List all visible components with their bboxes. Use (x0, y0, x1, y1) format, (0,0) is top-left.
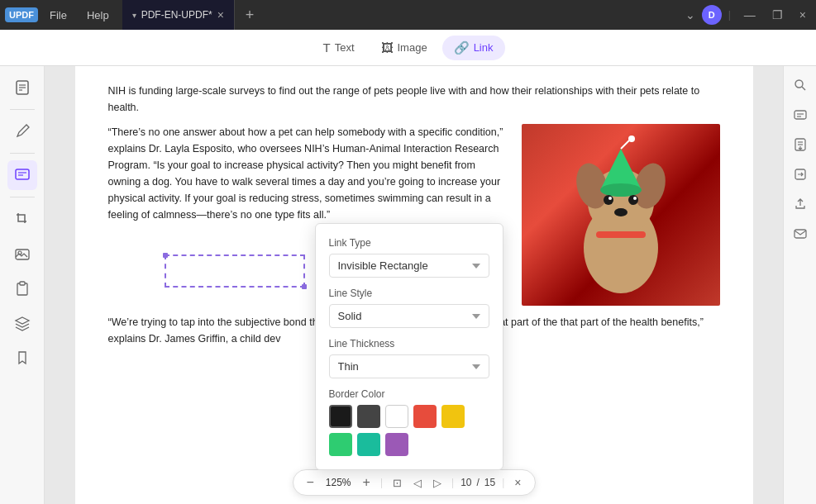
color-swatches-row (329, 405, 489, 456)
add-tab-button[interactable]: + (238, 3, 261, 26)
sidebar-separator-3 (10, 197, 35, 197)
tab-title: PDF-EN-UPDF* (141, 9, 212, 21)
link-icon: 🔗 (454, 40, 470, 55)
prev-page-button[interactable]: ◁ (410, 475, 425, 491)
page-current: 10 (460, 477, 471, 488)
svg-point-21 (608, 197, 612, 200)
image-icon: 🖼 (381, 40, 394, 55)
svg-rect-27 (795, 111, 806, 119)
updf-logo-text: UPDF (5, 7, 38, 22)
svg-point-22 (633, 197, 637, 200)
sidebar-separator-2 (10, 153, 35, 154)
right-icon-mail[interactable] (788, 221, 813, 246)
color-swatch-red[interactable] (413, 405, 437, 428)
active-tab[interactable]: ▾ PDF-EN-UPDF* × (122, 0, 235, 30)
menu-bar: File Help (40, 4, 119, 26)
sidebar-icon-clipboard[interactable] (7, 273, 37, 303)
page-total: 15 (484, 477, 495, 488)
pdf-dog-image (522, 124, 720, 306)
svg-point-23 (614, 208, 628, 216)
sidebar-icon-layers[interactable] (7, 308, 37, 338)
right-icon-convert-pdf[interactable] (788, 162, 813, 187)
close-window-button[interactable]: × (793, 5, 813, 25)
minimize-button[interactable]: — (737, 5, 762, 25)
text-tool-label: Text (335, 41, 355, 54)
color-swatch-green[interactable] (329, 433, 352, 456)
line-thickness-label: Line Thickness (329, 338, 489, 349)
fit-page-button[interactable]: ⊡ (389, 475, 405, 491)
right-icon-share[interactable] (788, 192, 813, 216)
pdf-page: NIH is funding large-scale surveys to fi… (75, 66, 753, 504)
svg-point-16 (600, 183, 642, 197)
link-type-label: Link Type (329, 237, 489, 249)
color-swatch-black[interactable] (329, 405, 352, 428)
bottom-separator-3: | (502, 477, 504, 488)
sidebar-icon-crop[interactable] (7, 204, 37, 234)
color-swatch-dark-gray[interactable] (357, 405, 380, 428)
bottom-separator-2: | (451, 477, 454, 488)
left-sidebar (0, 66, 45, 504)
dog-photo (522, 124, 720, 306)
color-swatch-white[interactable] (385, 405, 408, 428)
maximize-button[interactable]: ❐ (766, 5, 790, 25)
main-layout: NIH is funding large-scale surveys to fi… (0, 66, 816, 504)
titlebar: UPDF File Help ▾ PDF-EN-UPDF* × + ⌄ D | … (0, 0, 816, 30)
svg-point-25 (795, 80, 803, 88)
sidebar-icon-edit[interactable] (7, 116, 37, 146)
tab-bar: ▾ PDF-EN-UPDF* × + ⌄ (122, 0, 702, 30)
sidebar-separator-1 (10, 109, 35, 110)
collapse-tabs-button[interactable]: ⌄ (679, 5, 702, 25)
right-icon-ocr[interactable] (788, 102, 813, 127)
menu-help[interactable]: Help (77, 4, 119, 26)
edit-toolbar: T Text 🖼 Image 🔗 Link (0, 30, 816, 66)
link-type-select[interactable]: Invisible Rectangle Visible Rectangle (329, 254, 489, 278)
next-page-button[interactable]: ▷ (430, 475, 445, 491)
text-icon: T (322, 40, 330, 55)
tab-close-button[interactable]: × (217, 9, 224, 21)
app-logo: UPDF (7, 0, 36, 30)
svg-line-17 (621, 140, 629, 149)
tab-dropdown-arrow[interactable]: ▾ (132, 11, 136, 20)
color-swatch-yellow[interactable] (441, 405, 465, 428)
menu-file[interactable]: File (40, 4, 77, 26)
bottom-zoom-bar: − 125% + | ⊡ ◁ ▷ | 10 / 15 | × (292, 469, 535, 496)
svg-rect-10 (20, 282, 25, 285)
window-controls: D | — ❐ × (702, 5, 813, 25)
border-color-label: Border Color (329, 388, 489, 400)
link-properties-panel: Link Type Invisible Rectangle Visible Re… (315, 223, 503, 470)
svg-rect-34 (795, 230, 806, 238)
zoom-level-display: 125% (322, 477, 355, 488)
right-icon-search[interactable] (788, 73, 813, 97)
user-avatar[interactable]: D (702, 5, 722, 25)
zoom-in-button[interactable]: + (360, 473, 374, 492)
line-style-select[interactable]: Solid Dashed Underline (329, 304, 489, 328)
svg-point-20 (628, 195, 638, 205)
svg-line-26 (802, 87, 805, 90)
svg-point-18 (628, 136, 635, 142)
right-icon-extract[interactable] (788, 132, 813, 157)
link-tool-label: Link (474, 41, 494, 54)
image-tool-button[interactable]: 🖼 Image (370, 36, 439, 59)
content-area: NIH is funding large-scale surveys to fi… (45, 66, 783, 504)
page-divider: / (476, 477, 479, 488)
svg-rect-24 (596, 231, 646, 238)
sidebar-icon-document[interactable] (7, 73, 37, 102)
zoom-out-button[interactable]: − (303, 473, 317, 492)
right-sidebar (783, 66, 816, 504)
sidebar-icon-annotate[interactable] (7, 160, 37, 190)
image-tool-label: Image (398, 41, 427, 54)
sidebar-icon-image-edit[interactable] (7, 239, 37, 269)
color-swatch-purple[interactable] (385, 433, 408, 456)
svg-point-19 (604, 195, 613, 205)
line-thickness-select[interactable]: Thin Medium Thick (329, 354, 489, 378)
svg-rect-4 (16, 169, 29, 179)
sidebar-icon-bookmark[interactable] (7, 343, 37, 373)
line-style-label: Line Style (329, 288, 489, 299)
text-tool-button[interactable]: T Text (311, 36, 365, 59)
color-swatch-teal[interactable] (357, 433, 380, 456)
close-bottom-bar-button[interactable]: × (511, 474, 524, 491)
pdf-paragraph-2: “There’s no one answer about how a pet c… (108, 124, 508, 223)
link-tool-button[interactable]: 🔗 Link (442, 36, 505, 60)
pdf-paragraph-1: NIH is funding large-scale surveys to fi… (108, 83, 720, 116)
separator: | (728, 9, 731, 21)
